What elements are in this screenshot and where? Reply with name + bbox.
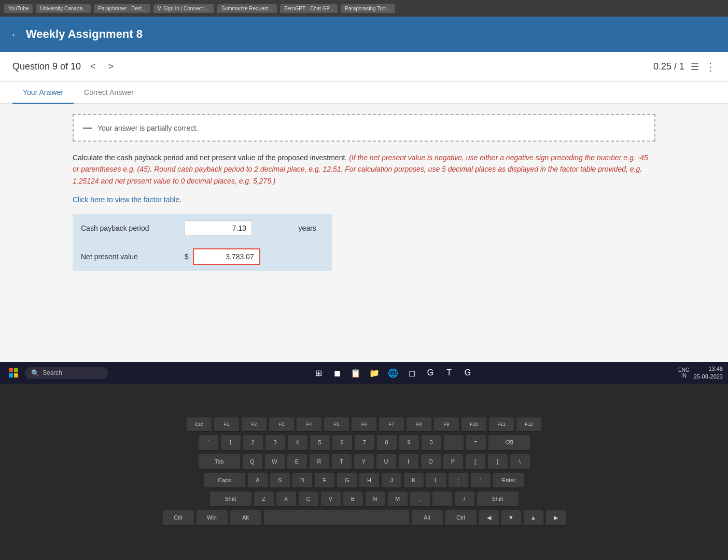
key-y[interactable]: Y [354, 454, 374, 470]
key-comma[interactable]: , [410, 492, 430, 507]
key-w[interactable]: W [265, 454, 285, 470]
key-alt-right[interactable]: Alt [412, 510, 443, 526]
key-f7[interactable]: F7 [379, 417, 404, 432]
taskbar-app-2[interactable]: ◼ [329, 365, 345, 381]
taskbar-app-4[interactable]: 📁 [366, 365, 383, 381]
key-r[interactable]: R [310, 454, 329, 470]
key-b[interactable]: B [343, 492, 363, 507]
key-shift-left[interactable]: Shift [210, 492, 251, 507]
start-button[interactable] [5, 365, 22, 381]
key-f10[interactable]: F10 [461, 417, 486, 432]
key-f11[interactable]: F11 [489, 417, 514, 432]
key-f8[interactable]: F8 [407, 417, 431, 432]
key-e[interactable]: E [287, 454, 307, 470]
key-f9[interactable]: F9 [434, 417, 459, 432]
key-q[interactable]: Q [243, 454, 262, 470]
tab-zerogpt[interactable]: ZeroGPT - Chat GP... [280, 4, 338, 13]
key-arrow-right[interactable]: ▶ [546, 510, 566, 526]
key-arrow-up[interactable]: ▲ [524, 510, 543, 526]
key-f12[interactable]: F12 [516, 417, 541, 432]
taskbar-search[interactable]: 🔍 Search [25, 367, 108, 379]
key-period[interactable]: . [432, 492, 452, 507]
key-backspace[interactable]: ⌫ [488, 435, 530, 451]
tab-youtube[interactable]: YouTube [4, 4, 33, 13]
key-backslash[interactable]: \ [510, 454, 530, 470]
key-f1[interactable]: F1 [214, 417, 239, 432]
taskbar-app-1[interactable]: ⊞ [310, 365, 327, 381]
key-h[interactable]: H [359, 473, 379, 488]
tab-your-answer[interactable]: Your Answer [12, 82, 74, 104]
key-f2[interactable]: F2 [242, 417, 267, 432]
tab-paraphraser[interactable]: Paraphraser - Best... [94, 4, 150, 13]
key-shift-right[interactable]: Shift [477, 492, 519, 507]
key-5[interactable]: 5 [310, 435, 330, 451]
key-7[interactable]: 7 [355, 435, 374, 451]
key-esc[interactable]: Esc [187, 417, 212, 432]
taskbar-app-9[interactable]: G [459, 365, 476, 381]
tab-correct-answer[interactable]: Correct Answer [74, 82, 144, 104]
key-rbracket[interactable]: ] [488, 454, 508, 470]
key-0[interactable]: 0 [422, 435, 441, 451]
key-backtick[interactable]: ` [199, 435, 218, 451]
key-arrow-left[interactable]: ◀ [479, 510, 499, 526]
key-z[interactable]: Z [254, 492, 274, 507]
key-enter[interactable]: Enter [493, 473, 524, 488]
key-8[interactable]: 8 [377, 435, 397, 451]
key-6[interactable]: 6 [332, 435, 352, 451]
key-equals[interactable]: = [466, 435, 486, 451]
key-3[interactable]: 3 [265, 435, 285, 451]
key-p[interactable]: P [443, 454, 463, 470]
key-v[interactable]: V [321, 492, 341, 507]
taskbar-app-6[interactable]: ◻ [403, 365, 420, 381]
key-tab[interactable]: Tab [199, 454, 240, 470]
key-a[interactable]: A [248, 473, 268, 488]
key-t[interactable]: T [332, 454, 352, 470]
key-alt-left[interactable]: Alt [230, 510, 261, 526]
key-f[interactable]: F [315, 473, 334, 488]
key-4[interactable]: 4 [288, 435, 307, 451]
key-s[interactable]: S [270, 473, 290, 488]
key-f4[interactable]: F4 [297, 417, 321, 432]
key-m[interactable]: M [388, 492, 408, 507]
key-ctrl-left[interactable]: Ctrl [163, 510, 194, 526]
key-f5[interactable]: F5 [324, 417, 349, 432]
key-arrow-down[interactable]: ▼ [501, 510, 521, 526]
npv-input[interactable] [193, 248, 260, 265]
key-semicolon[interactable]: ; [449, 473, 468, 488]
tab-summarize[interactable]: Summarize Request... [217, 4, 277, 13]
key-minus[interactable]: - [444, 435, 464, 451]
key-lbracket[interactable]: [ [466, 454, 485, 470]
key-f6[interactable]: F6 [352, 417, 376, 432]
key-c[interactable]: C [299, 492, 318, 507]
key-2[interactable]: 2 [243, 435, 263, 451]
list-icon[interactable]: ☰ [691, 61, 699, 73]
factor-table-link[interactable]: Click here to view the factor table. [73, 195, 181, 204]
key-j[interactable]: J [382, 473, 401, 488]
key-n[interactable]: N [366, 492, 385, 507]
key-ctrl-right[interactable]: Ctrl [445, 510, 477, 526]
key-i[interactable]: I [399, 454, 418, 470]
key-d[interactable]: D [292, 473, 312, 488]
prev-question-button[interactable]: < [87, 60, 99, 73]
key-9[interactable]: 9 [399, 435, 419, 451]
next-question-button[interactable]: > [105, 60, 117, 73]
key-win[interactable]: Win [197, 510, 228, 526]
key-f3[interactable]: F3 [269, 417, 294, 432]
key-x[interactable]: X [276, 492, 296, 507]
taskbar-app-3[interactable]: 📋 [347, 365, 364, 381]
key-caps[interactable]: Caps [204, 473, 245, 488]
taskbar-app-7[interactable]: G [422, 365, 439, 381]
taskbar-app-8[interactable]: T [441, 365, 457, 381]
key-l[interactable]: L [426, 473, 446, 488]
key-u[interactable]: U [376, 454, 396, 470]
key-1[interactable]: 1 [221, 435, 241, 451]
key-o[interactable]: O [421, 454, 441, 470]
cash-payback-input[interactable] [185, 220, 252, 236]
key-space[interactable] [264, 510, 409, 526]
tab-university[interactable]: University Canada... [36, 4, 91, 13]
key-k[interactable]: K [404, 473, 424, 488]
key-g[interactable]: G [337, 473, 357, 488]
tab-paraphrasing[interactable]: Paraphrasing Tool... [341, 4, 395, 13]
tab-sign-in[interactable]: M Sign In | Connect |... [153, 4, 214, 13]
taskbar-app-5[interactable]: 🌐 [385, 365, 401, 381]
